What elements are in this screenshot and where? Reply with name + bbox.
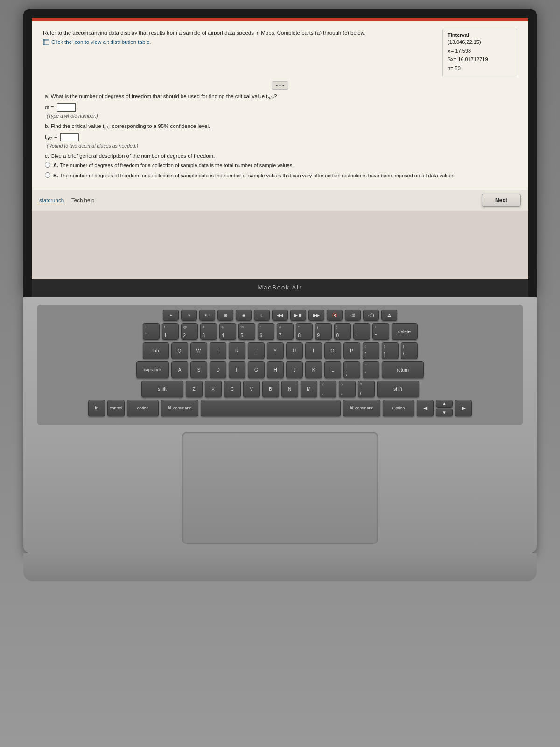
key-u[interactable]: U [286, 342, 303, 359]
key-arrow-left[interactable]: ◀ [417, 400, 434, 416]
tinterval-box: TInterval (13.046,22.15) x̄= 17.598 Sx= … [442, 29, 517, 76]
key-f2[interactable]: ☀ [181, 310, 197, 321]
key-lbracket[interactable]: {[ [363, 342, 379, 359]
key-7[interactable]: &7 [277, 323, 294, 340]
key-arrow-up[interactable]: ▲ [436, 400, 453, 408]
key-v[interactable]: V [243, 381, 260, 397]
part-c: c. Give a brief general description of t… [43, 153, 517, 179]
key-9[interactable]: (9 [315, 323, 332, 340]
part-b-hint: (Round to two decimal places as needed.) [47, 143, 517, 148]
part-b-label: b. Find the critical value tα/2 correspo… [45, 123, 517, 130]
key-f8[interactable]: ▶⏸ [290, 310, 306, 321]
key-power[interactable]: ⏏ [381, 310, 397, 321]
key-f3[interactable]: ☀+ [199, 310, 215, 321]
key-4[interactable]: $4 [219, 323, 236, 340]
key-5[interactable]: %5 [238, 323, 255, 340]
key-control[interactable]: control [107, 400, 125, 416]
key-6[interactable]: ^6 [258, 323, 274, 340]
keyboard: ✦ ☀ ☀+ ⊞ ◉ ☾ ◀◀ ▶⏸ ▶▶ 🔇 ◁) ◁)) ⏏ ~` !1 @… [37, 305, 523, 425]
key-backslash[interactable]: |\ [401, 342, 418, 359]
bottom-key-row: fn control option ⌘ command ⌘ command Op… [42, 400, 518, 416]
key-command-left[interactable]: ⌘ command [161, 400, 198, 416]
statcrunch-links: statcrunch Tech help [39, 197, 94, 203]
key-l[interactable]: L [324, 361, 341, 378]
key-arrow-down[interactable]: ▼ [436, 409, 453, 416]
key-semicolon[interactable]: :; [343, 361, 360, 378]
screen-content: Refer to the accompanying data display t… [32, 18, 528, 279]
key-8[interactable]: *8 [296, 323, 313, 340]
key-o[interactable]: O [324, 342, 341, 359]
key-lshift[interactable]: shift [141, 381, 183, 397]
key-f1[interactable]: ✦ [163, 310, 179, 321]
key-j[interactable]: J [286, 361, 303, 378]
key-rshift[interactable]: shift [377, 381, 419, 397]
key-return[interactable]: return [382, 361, 424, 378]
key-c[interactable]: C [224, 381, 241, 397]
df-input[interactable] [57, 103, 76, 112]
key-arrow-right[interactable]: ▶ [455, 400, 472, 416]
bottom-chassis [23, 553, 537, 581]
key-y[interactable]: Y [267, 342, 284, 359]
key-g[interactable]: G [248, 361, 265, 378]
key-space[interactable] [201, 400, 341, 416]
statcrunch-label[interactable]: statcrunch [39, 197, 64, 203]
key-n[interactable]: N [281, 381, 298, 397]
key-backtick[interactable]: ~` [143, 323, 160, 340]
key-rbracket[interactable]: }] [382, 342, 399, 359]
key-f7[interactable]: ◀◀ [272, 310, 288, 321]
key-t[interactable]: T [248, 342, 265, 359]
key-f[interactable]: F [229, 361, 245, 378]
key-quote[interactable]: "' [363, 361, 379, 378]
t-dist-link[interactable]: Click the icon to view a t distribution … [43, 39, 151, 45]
key-3[interactable]: #3 [200, 323, 217, 340]
t-alpha-input[interactable] [60, 133, 79, 141]
key-equals[interactable]: += [372, 323, 389, 340]
key-m[interactable]: M [301, 381, 317, 397]
key-f5[interactable]: ◉ [236, 310, 252, 321]
key-z[interactable]: Z [186, 381, 203, 397]
touchpad-area [37, 432, 523, 544]
tech-help-label[interactable]: Tech help [71, 197, 94, 203]
key-b[interactable]: B [262, 381, 279, 397]
key-f4[interactable]: ⊞ [217, 310, 233, 321]
key-a[interactable]: A [171, 361, 188, 378]
key-delete[interactable]: delete [392, 323, 418, 340]
next-button[interactable]: Next [482, 194, 521, 207]
key-f6[interactable]: ☾ [254, 310, 270, 321]
key-q[interactable]: Q [171, 342, 188, 359]
ellipsis-button[interactable]: • • • [272, 81, 288, 90]
tinterval-line3: Sx= 16.01712719 [448, 55, 512, 64]
key-x[interactable]: X [205, 381, 222, 397]
key-0[interactable]: )0 [334, 323, 351, 340]
key-f12[interactable]: ◁)) [363, 310, 379, 321]
key-caps[interactable]: caps lock [136, 361, 169, 378]
option-a-radio[interactable] [45, 162, 50, 168]
key-minus[interactable]: _- [353, 323, 370, 340]
key-command-right[interactable]: ⌘ command [343, 400, 380, 416]
key-comma[interactable]: <, [320, 381, 336, 397]
fn-key-row: ✦ ☀ ☀+ ⊞ ◉ ☾ ◀◀ ▶⏸ ▶▶ 🔇 ◁) ◁)) ⏏ [42, 310, 518, 321]
key-e[interactable]: E [210, 342, 226, 359]
key-slash[interactable]: ?/ [358, 381, 375, 397]
key-tab[interactable]: tab [143, 342, 169, 359]
key-option-left[interactable]: option [127, 400, 159, 416]
touchpad[interactable] [182, 432, 378, 544]
key-1[interactable]: !1 [162, 323, 179, 340]
key-f10[interactable]: 🔇 [327, 310, 343, 321]
key-2[interactable]: @2 [181, 323, 198, 340]
key-s[interactable]: S [190, 361, 207, 378]
key-k[interactable]: K [305, 361, 322, 378]
key-f11[interactable]: ◁) [345, 310, 361, 321]
key-r[interactable]: R [229, 342, 245, 359]
key-d[interactable]: D [210, 361, 226, 378]
key-period[interactable]: >. [339, 381, 356, 397]
key-p[interactable]: P [343, 342, 360, 359]
option-b-radio[interactable] [45, 172, 50, 178]
key-f9[interactable]: ▶▶ [308, 310, 324, 321]
key-i[interactable]: I [305, 342, 322, 359]
key-h[interactable]: H [267, 361, 284, 378]
key-fn[interactable]: fn [88, 400, 105, 416]
key-option-right[interactable]: Option [383, 400, 414, 416]
arrow-up-down-group: ▲ ▼ [436, 400, 453, 416]
key-w[interactable]: W [190, 342, 207, 359]
